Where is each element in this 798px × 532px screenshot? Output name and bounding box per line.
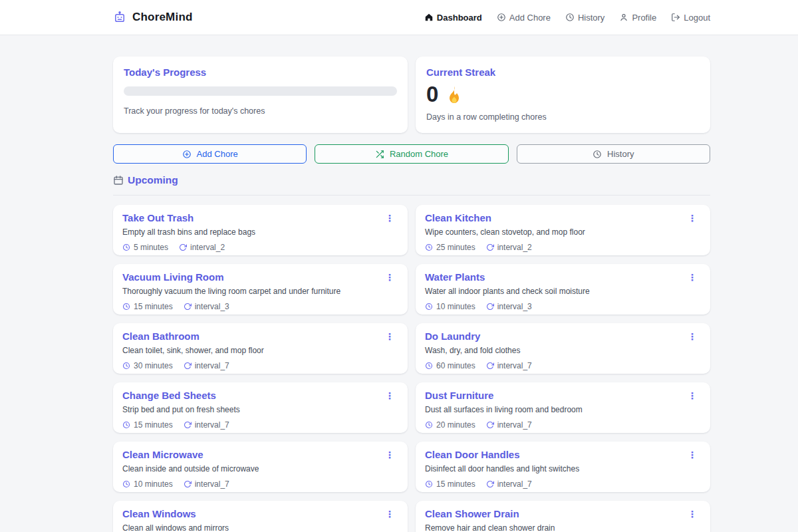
chore-meta: 10 minutes interval_3 (425, 302, 701, 311)
chore-duration: 5 minutes (122, 243, 168, 252)
chore-menu-button[interactable]: ⋮ (381, 508, 398, 520)
chore-description: Strip bed and put on fresh sheets (122, 405, 398, 414)
nav-item-history[interactable]: History (565, 13, 604, 23)
chore-menu-button[interactable]: ⋮ (381, 271, 398, 283)
nav-item-profile[interactable]: Profile (619, 13, 656, 23)
chore-description: Wash, dry, and fold clothes (425, 346, 701, 355)
add-chore-button[interactable]: Add Chore (113, 144, 307, 164)
chore-menu-button[interactable]: ⋮ (684, 331, 701, 342)
chore-card: Clean Door Handles ⋮ Disinfect all door … (416, 442, 710, 492)
chore-description: Empty all trash bins and replace bags (122, 227, 398, 237)
refresh-icon (184, 362, 192, 370)
upcoming-title: Upcoming (128, 174, 178, 186)
navbar: ChoreMind Dashboard Add Chore (0, 0, 798, 35)
chore-menu-button[interactable]: ⋮ (381, 331, 398, 342)
chore-interval-text: interval_3 (195, 302, 229, 311)
chore-title: Clean Shower Drain (425, 508, 519, 519)
chore-description: Disinfect all door handles and light swi… (425, 464, 701, 473)
chore-menu-button[interactable]: ⋮ (684, 390, 701, 402)
chore-duration: 10 minutes (425, 302, 475, 311)
chore-duration: 15 minutes (122, 302, 173, 311)
refresh-icon (486, 421, 494, 429)
history-label: History (607, 149, 634, 159)
chore-interval-text: interval_7 (497, 479, 532, 489)
chore-card: Clean Shower Drain ⋮ Remove hair and cle… (416, 501, 710, 532)
chore-interval: interval_7 (486, 420, 532, 430)
chore-title: Take Out Trash (122, 212, 194, 223)
streak-value: 0 (426, 83, 700, 105)
section-divider (113, 195, 710, 196)
random-chore-label: Random Chore (390, 149, 448, 159)
current-streak-card: Current Streak 0 Days in a row completin… (416, 57, 710, 133)
chore-duration: 25 minutes (425, 243, 475, 252)
clock-icon (425, 303, 433, 311)
clock-icon (425, 243, 433, 251)
chore-interval-text: interval_7 (497, 361, 532, 370)
shuffle-icon (375, 150, 384, 159)
chore-interval: interval_7 (486, 361, 532, 370)
chore-title: Dust Furniture (425, 390, 493, 401)
progress-bar (124, 86, 397, 96)
home-icon (424, 13, 434, 22)
chore-title: Water Plants (425, 271, 485, 283)
chore-interval: interval_2 (486, 243, 532, 252)
chore-interval: interval_7 (184, 479, 229, 489)
chore-interval-text: interval_7 (195, 361, 229, 370)
chore-interval: interval_7 (184, 361, 229, 370)
chore-menu-button[interactable]: ⋮ (684, 212, 701, 224)
history-button[interactable]: History (517, 144, 710, 164)
chore-description: Clean toilet, sink, shower, and mop floo… (122, 346, 398, 355)
chore-interval: interval_2 (179, 243, 225, 252)
chore-menu-button[interactable]: ⋮ (684, 508, 701, 520)
refresh-icon (486, 303, 494, 311)
chore-description: Dust all surfaces in living room and bed… (425, 405, 701, 414)
app-title: ChoreMind (132, 11, 193, 24)
chore-duration-text: 15 minutes (134, 302, 173, 311)
nav-label: Dashboard (437, 13, 482, 23)
chore-menu-button[interactable]: ⋮ (684, 449, 701, 461)
streak-caption: Days in a row completing chores (426, 112, 700, 122)
refresh-icon (184, 480, 192, 488)
streak-count: 0 (426, 83, 438, 105)
chore-menu-button[interactable]: ⋮ (684, 271, 701, 283)
chore-interval: interval_3 (486, 302, 532, 311)
chore-interval-text: interval_3 (497, 302, 532, 311)
chore-description: Thoroughly vacuum the living room carpet… (122, 287, 398, 296)
random-chore-button[interactable]: Random Chore (315, 144, 508, 164)
chore-menu-button[interactable]: ⋮ (381, 390, 398, 402)
chore-card: Do Laundry ⋮ Wash, dry, and fold clothes… (416, 323, 710, 374)
plus-circle-icon (497, 13, 506, 22)
chore-menu-button[interactable]: ⋮ (381, 212, 398, 224)
chore-meta: 10 minutes interval_7 (122, 479, 398, 489)
chore-grid: Take Out Trash ⋮ Empty all trash bins an… (113, 205, 710, 532)
add-chore-label: Add Chore (197, 149, 238, 159)
upcoming-header: Upcoming (113, 174, 710, 186)
refresh-icon (486, 362, 494, 370)
chore-meta: 15 minutes interval_7 (122, 420, 398, 430)
chore-description: Remove hair and clean shower drain (425, 523, 701, 532)
chore-card: Change Bed Sheets ⋮ Strip bed and put on… (113, 382, 408, 433)
refresh-icon (184, 421, 192, 429)
chore-card: Vacuum Living Room ⋮ Thoroughly vacuum t… (113, 264, 408, 315)
chore-duration: 10 minutes (122, 479, 173, 489)
nav-item-add-chore[interactable]: Add Chore (497, 13, 551, 23)
clock-icon (122, 362, 130, 370)
nav-label: Logout (684, 13, 710, 23)
chore-duration: 15 minutes (122, 420, 173, 430)
brand: ChoreMind (113, 11, 193, 24)
clock-icon (122, 243, 130, 251)
chore-menu-button[interactable]: ⋮ (381, 449, 398, 461)
refresh-icon (184, 303, 192, 311)
chore-duration-text: 10 minutes (134, 479, 173, 489)
chore-interval-text: interval_7 (195, 420, 229, 430)
chore-duration: 20 minutes (425, 420, 475, 430)
chore-description: Clean all windows and mirrors (122, 523, 398, 532)
nav-label: History (578, 13, 604, 23)
nav-item-dashboard[interactable]: Dashboard (424, 13, 482, 23)
chore-duration-text: 15 minutes (134, 420, 173, 430)
chore-duration-text: 25 minutes (436, 243, 475, 252)
todays-progress-card: Today's Progress Track your progress for… (113, 57, 408, 133)
chore-card: Dust Furniture ⋮ Dust all surfaces in li… (416, 382, 710, 433)
nav-label: Profile (632, 13, 656, 23)
nav-item-logout[interactable]: Logout (671, 13, 710, 23)
